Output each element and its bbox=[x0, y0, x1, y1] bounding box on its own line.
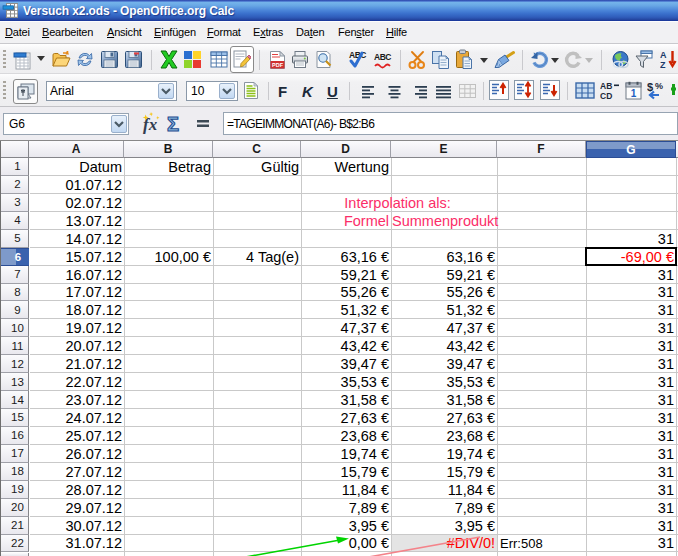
svg-text:A: A bbox=[660, 50, 667, 60]
svg-text:ABC: ABC bbox=[374, 52, 391, 62]
svg-text:CD: CD bbox=[600, 91, 612, 101]
svg-text:1: 1 bbox=[631, 88, 637, 99]
svg-text:Σ: Σ bbox=[167, 113, 179, 135]
svg-text:%: % bbox=[655, 81, 663, 91]
svg-text:Z: Z bbox=[660, 60, 666, 70]
svg-text:$: $ bbox=[647, 81, 653, 93]
svg-text:AB: AB bbox=[600, 81, 612, 91]
svg-text:PDF: PDF bbox=[272, 62, 284, 68]
